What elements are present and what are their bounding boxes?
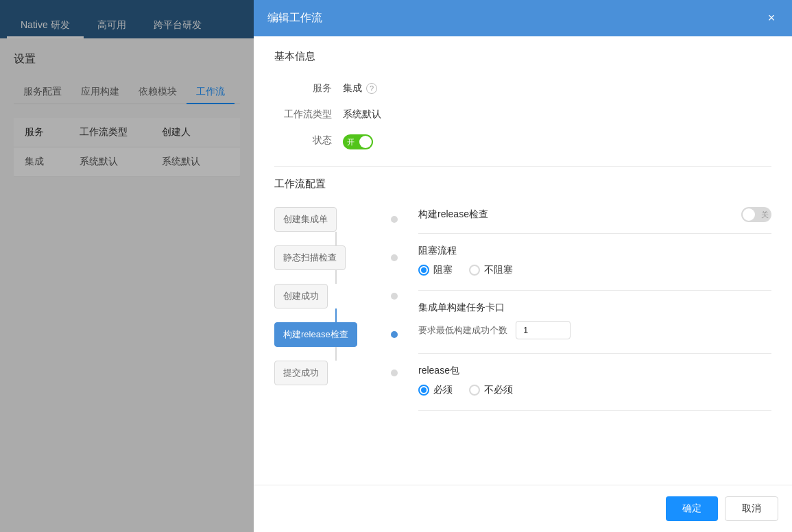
step-dot-4: [391, 331, 398, 338]
release-section-title: release包: [418, 365, 771, 377]
radio-circle-block: [418, 265, 429, 276]
step-row-2: 静态扫描检查: [274, 245, 398, 270]
modal-title: 编辑工作流: [267, 11, 322, 25]
divider-2: [418, 233, 771, 234]
workflow-config: 创建集成单 静态扫描检查: [274, 207, 771, 422]
basic-info-title: 基本信息: [274, 50, 771, 69]
step-btn-create-integration[interactable]: 创建集成单: [274, 207, 337, 232]
radio-circle-required: [418, 385, 429, 396]
value-workflow-type: 系统默认: [343, 106, 771, 123]
workflow-steps: 创建集成单 静态扫描检查: [274, 207, 398, 385]
radio-circle-noblock: [469, 265, 480, 276]
radio-optional[interactable]: 不必须: [469, 384, 513, 396]
service-help-icon[interactable]: ?: [366, 83, 377, 94]
block-section: 阻塞流程 阻塞 不阻塞: [418, 245, 771, 276]
step-btn-submit-success[interactable]: 提交成功: [274, 361, 328, 385]
block-radio-group: 阻塞 不阻塞: [418, 264, 771, 276]
step-btn-create-success[interactable]: 创建成功: [274, 284, 328, 309]
value-status: 开: [343, 132, 771, 152]
workflow-steps-panel: 创建集成单 静态扫描检查: [274, 207, 398, 422]
workflow-right-panel: 构建release检查 阻塞流程 阻塞 不阻塞: [398, 207, 771, 422]
radio-label-noblock: 不阻塞: [484, 264, 513, 276]
status-toggle[interactable]: 开: [343, 134, 373, 149]
radio-circle-optional: [469, 385, 480, 396]
workflow-config-title: 工作流配置: [274, 178, 771, 196]
toggle-text: 开: [347, 137, 355, 147]
connector-2: [335, 270, 337, 284]
release-radio-group: 必须 不必须: [418, 384, 771, 396]
step-dot-5: [391, 370, 398, 376]
check-title: 构建release检查: [418, 208, 488, 221]
section-divider-1: [274, 166, 771, 167]
step-btn-build-release[interactable]: 构建release检查: [274, 322, 357, 347]
connector-1: [335, 232, 337, 245]
min-build-input[interactable]: [516, 321, 571, 339]
connector-4: [335, 347, 337, 361]
divider-5: [418, 410, 771, 411]
step-row-1: 创建集成单: [274, 207, 398, 232]
toggle-knob: [359, 136, 372, 148]
step-dot-2: [391, 254, 398, 261]
radio-block[interactable]: 阻塞: [418, 264, 453, 276]
modal-header: 编辑工作流 ×: [254, 0, 792, 36]
cancel-button[interactable]: 取消: [725, 496, 778, 521]
task-section-title: 集成单构建任务卡口: [418, 302, 771, 314]
step-row-4: 构建release检查: [274, 322, 398, 347]
radio-label-optional: 不必须: [484, 384, 513, 396]
block-section-title: 阻塞流程: [418, 245, 771, 257]
value-service: 集成 ?: [343, 80, 771, 97]
min-build-label: 要求最低构建成功个数: [418, 324, 507, 337]
divider-3: [418, 290, 771, 291]
step-dot-1: [391, 216, 398, 223]
basic-info-grid: 服务 集成 ? 工作流类型 系统默认 状态 开: [274, 80, 771, 152]
modal-close-button[interactable]: ×: [765, 12, 778, 25]
connector-3: [335, 309, 337, 322]
task-section: 集成单构建任务卡口 要求最低构建成功个数: [418, 302, 771, 339]
radio-label-block: 阻塞: [433, 264, 453, 276]
build-release-toggle[interactable]: [741, 207, 771, 222]
radio-noblock[interactable]: 不阻塞: [469, 264, 513, 276]
edit-workflow-modal: 编辑工作流 × 基本信息 服务 集成 ? 工作流类型 系统默认 状态: [254, 0, 792, 532]
modal-body: 基本信息 服务 集成 ? 工作流类型 系统默认 状态 开: [254, 36, 792, 485]
check-title-row: 构建release检查: [418, 207, 771, 222]
divider-4: [418, 353, 771, 354]
step-row-5: 提交成功: [274, 361, 398, 385]
step-dot-3: [391, 293, 398, 300]
step-btn-static-scan[interactable]: 静态扫描检查: [274, 245, 346, 270]
min-build-row: 要求最低构建成功个数: [418, 321, 771, 339]
modal-footer: 确定 取消: [254, 485, 792, 532]
label-workflow-type: 工作流类型: [274, 106, 343, 123]
confirm-button[interactable]: 确定: [666, 496, 718, 521]
radio-required[interactable]: 必须: [418, 384, 453, 396]
step-row-3: 创建成功: [274, 284, 398, 309]
label-status: 状态: [274, 132, 343, 152]
label-service: 服务: [274, 80, 343, 97]
release-section: release包 必须 不必须: [418, 365, 771, 396]
radio-label-required: 必须: [433, 384, 453, 396]
